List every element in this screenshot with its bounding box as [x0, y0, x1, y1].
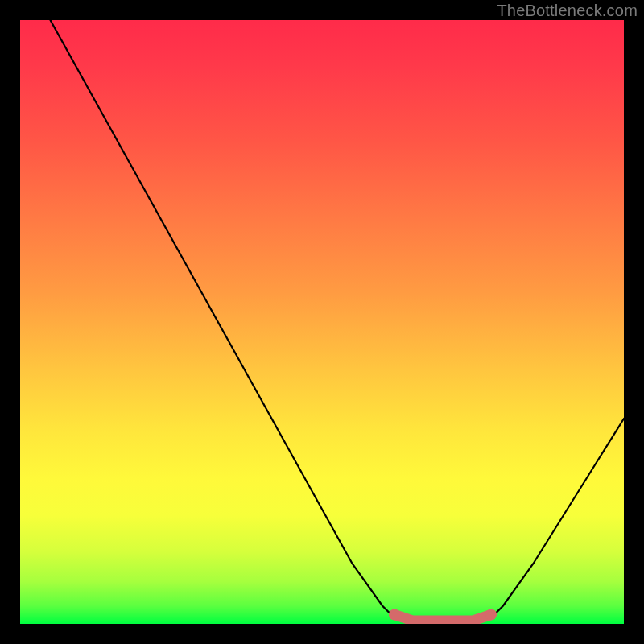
chart-svg	[20, 20, 624, 624]
chart-frame: TheBottleneck.com	[0, 0, 644, 644]
chart-plot-area	[20, 20, 624, 624]
optimal-band-endpoint-right	[485, 609, 497, 621]
optimal-band-path	[394, 615, 491, 621]
bottleneck-curve-path	[51, 20, 625, 624]
optimal-band-endpoint-left	[389, 609, 400, 621]
attribution-text: TheBottleneck.com	[497, 2, 638, 20]
